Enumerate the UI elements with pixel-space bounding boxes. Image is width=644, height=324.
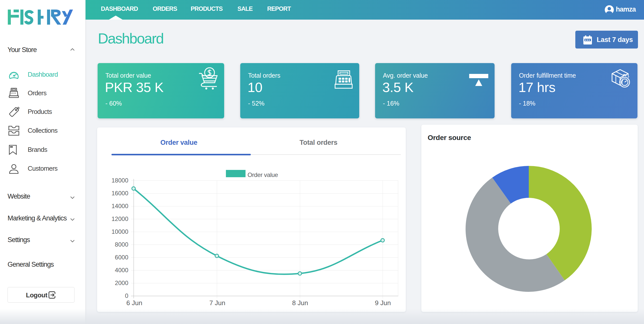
svg-text:6 Jun: 6 Jun	[126, 299, 142, 307]
svg-text:14000: 14000	[111, 203, 128, 209]
svg-text:7 Jun: 7 Jun	[209, 299, 225, 307]
svg-text:18000: 18000	[111, 177, 128, 184]
svg-text:10000: 10000	[111, 228, 128, 235]
svg-text:9 Jun: 9 Jun	[375, 299, 391, 307]
svg-text:2000: 2000	[115, 280, 128, 286]
svg-text:16000: 16000	[111, 190, 128, 197]
svg-text:8 Jun: 8 Jun	[292, 299, 308, 307]
svg-text:4000: 4000	[115, 267, 128, 273]
svg-text:6000: 6000	[115, 254, 128, 261]
svg-text:8000: 8000	[115, 241, 128, 248]
svg-text:12000: 12000	[111, 215, 128, 222]
svg-text:0: 0	[125, 292, 128, 299]
